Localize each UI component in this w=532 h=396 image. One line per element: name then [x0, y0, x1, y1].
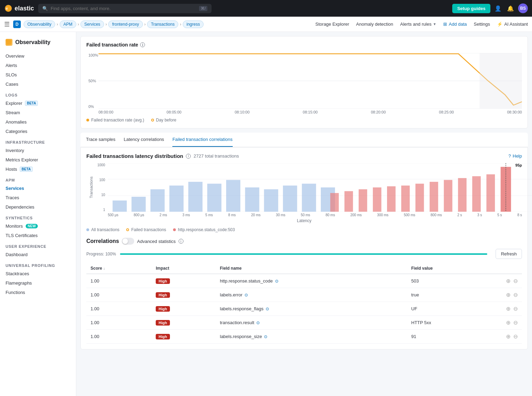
- filter-icon-4[interactable]: ⊙: [264, 334, 267, 339]
- plus-icon-4[interactable]: ⊕: [506, 333, 510, 340]
- ai-assistant-button[interactable]: ⚡ AI Assistant: [497, 22, 528, 27]
- x-label-8ms: 8 ms: [228, 213, 236, 217]
- breadcrumb-sep-1: ›: [57, 22, 58, 27]
- alerts-rules-link[interactable]: Alerts and rules: [400, 22, 431, 27]
- sidebar-item-stream[interactable]: Stream: [0, 108, 76, 117]
- logs-section-label: Logs: [0, 89, 76, 99]
- infrastructure-section-label: Infrastructure: [0, 136, 76, 146]
- plus-icon-1[interactable]: ⊕: [506, 292, 510, 298]
- main-layout: Observability Overview Alerts SLOs Cases…: [0, 32, 532, 396]
- sidebar-item-functions[interactable]: Functions: [0, 288, 76, 297]
- svg-rect-6: [480, 53, 522, 109]
- plus-icon-0[interactable]: ⊕: [506, 278, 510, 284]
- sidebar-item-stacktraces[interactable]: Stacktraces: [0, 269, 76, 278]
- filter-icon-1[interactable]: ⊙: [244, 293, 248, 297]
- field-name-text-0: http.response.status_code: [220, 278, 273, 284]
- sidebar-item-traces[interactable]: Traces: [0, 193, 76, 202]
- sidebar-item-metrics-explorer[interactable]: Metrics Explorer: [0, 155, 76, 165]
- setup-guides-button[interactable]: Setup guides: [452, 4, 490, 13]
- sidebar-item-overview[interactable]: Overview: [0, 51, 76, 61]
- x-label-5ms: 5 ms: [205, 213, 213, 217]
- sidebar-item-categories[interactable]: Categories: [0, 127, 76, 136]
- add-data-button[interactable]: ⊞ Add data: [443, 22, 467, 27]
- sidebar-item-alerts[interactable]: Alerts: [0, 61, 76, 70]
- advanced-stats-info-icon[interactable]: i: [179, 239, 183, 244]
- filter-icon-2[interactable]: ⊙: [266, 306, 269, 311]
- settings-link[interactable]: Settings: [474, 22, 490, 27]
- avatar[interactable]: BS: [518, 3, 528, 13]
- x-label-3ms: 3 ms: [182, 213, 190, 217]
- sidebar-item-slos[interactable]: SLOs: [0, 70, 76, 79]
- plus-icon-3[interactable]: ⊕: [506, 319, 510, 326]
- breadcrumb-sep-3: ›: [105, 22, 107, 27]
- breadcrumb-ingress[interactable]: ingress: [183, 20, 204, 28]
- hamburger-menu[interactable]: ☰: [4, 20, 10, 28]
- search-input[interactable]: [51, 6, 196, 11]
- cell-field-value-0: 503 ⊕ ⊖: [407, 274, 522, 288]
- th-field-value[interactable]: Field value: [407, 263, 522, 274]
- help-link[interactable]: ? Help: [508, 153, 522, 159]
- x-label-8s: 8 s: [517, 213, 522, 217]
- filter-icon-3[interactable]: ⊙: [256, 320, 260, 325]
- sidebar-item-hosts[interactable]: Hosts BETA: [0, 165, 76, 174]
- correlations-header-row: Correlations Advanced statistics i: [86, 238, 522, 245]
- search-bar[interactable]: 🔍 ⌘/: [38, 4, 212, 13]
- sidebar-item-dashboard[interactable]: Dashboard: [0, 250, 76, 259]
- anomaly-detection-link[interactable]: Anomaly detection: [356, 22, 393, 27]
- sidebar-item-flamegraphs[interactable]: Flamegraphs: [0, 278, 76, 288]
- svg-rect-21: [302, 184, 316, 212]
- field-name-text-2: labels.response_flags: [220, 306, 264, 311]
- th-field-name[interactable]: Field name: [216, 263, 407, 274]
- minus-icon-3[interactable]: ⊖: [513, 319, 518, 326]
- table-row: 1.00 High labels.response_flags ⊙ UF ⊕ ⊖: [86, 302, 522, 316]
- th-impact[interactable]: Impact: [152, 263, 216, 274]
- sidebar-item-services[interactable]: Services: [0, 184, 76, 193]
- breadcrumb-observability[interactable]: Observability: [24, 20, 55, 28]
- advanced-stats-toggle[interactable]: [122, 238, 134, 245]
- alerts-rules-chevron[interactable]: ▼: [433, 22, 436, 26]
- sidebar-item-tls-certificates[interactable]: TLS Certificates: [0, 231, 76, 240]
- notifications-icon[interactable]: 🔔: [506, 3, 515, 13]
- latency-chart-legend: All transactions Failed transactions htt…: [86, 227, 522, 232]
- tab-trace-samples[interactable]: Trace samples: [86, 133, 115, 147]
- storage-explorer-link[interactable]: Storage Explorer: [315, 22, 349, 27]
- svg-rect-18: [245, 187, 259, 212]
- breadcrumb-apm[interactable]: APM: [60, 20, 76, 28]
- x-label-500ms: 500 ms: [404, 213, 415, 217]
- failed-transaction-rate-info-icon[interactable]: i: [140, 42, 145, 47]
- svg-rect-32: [458, 178, 467, 212]
- sidebar-item-cases[interactable]: Cases: [0, 79, 76, 89]
- sidebar-item-explorer[interactable]: Explorer BETA: [0, 99, 76, 108]
- search-shortcut: ⌘/: [199, 6, 207, 11]
- legend-label-503: http.response.status_code:503: [178, 227, 235, 232]
- latency-distribution-info-icon[interactable]: i: [186, 154, 191, 159]
- failed-transaction-rate-chart: 100% 50% 0%: [86, 53, 522, 109]
- legend-dot-day-before: [151, 119, 154, 121]
- alerts-rules: Alerts and rules ▼: [400, 22, 436, 27]
- filter-icon-0[interactable]: ⊙: [275, 279, 278, 284]
- help-icon[interactable]: 👤: [493, 3, 503, 13]
- sidebar-item-inventory[interactable]: Inventory: [0, 146, 76, 155]
- breadcrumb-transactions[interactable]: Transactions: [147, 20, 178, 28]
- minus-icon-2[interactable]: ⊖: [513, 305, 518, 312]
- svg-rect-25: [359, 189, 367, 212]
- sidebar-item-monitors[interactable]: Monitors NEW: [0, 221, 76, 231]
- plus-icon-2[interactable]: ⊕: [506, 305, 510, 312]
- breadcrumb-services[interactable]: Services: [80, 20, 104, 28]
- breadcrumb-frontend-proxy[interactable]: frontend-proxy: [108, 20, 143, 28]
- x-label-0820: 08:20:00: [371, 110, 386, 114]
- minus-icon-1[interactable]: ⊖: [513, 292, 518, 298]
- minus-icon-0[interactable]: ⊖: [513, 278, 518, 284]
- tab-latency-correlations[interactable]: Latency correlations: [124, 133, 164, 147]
- x-label-2ms: 2 ms: [160, 213, 167, 217]
- cell-field-name-4: labels.response_size ⊙: [216, 330, 407, 344]
- legend-503: http.response.status_code:503: [173, 227, 235, 232]
- sidebar-item-dependencies[interactable]: Dependencies: [0, 202, 76, 212]
- minus-icon-4[interactable]: ⊖: [513, 333, 518, 340]
- sidebar-item-anomalies[interactable]: Anomalies: [0, 117, 76, 127]
- tab-failed-transaction-correlations[interactable]: Failed transaction correlations: [172, 133, 232, 147]
- cell-score-2: 1.00: [86, 302, 152, 316]
- latency-y-label: Transactions: [86, 163, 96, 212]
- th-score[interactable]: Score ↓: [86, 263, 152, 274]
- refresh-button[interactable]: Refresh: [496, 249, 522, 259]
